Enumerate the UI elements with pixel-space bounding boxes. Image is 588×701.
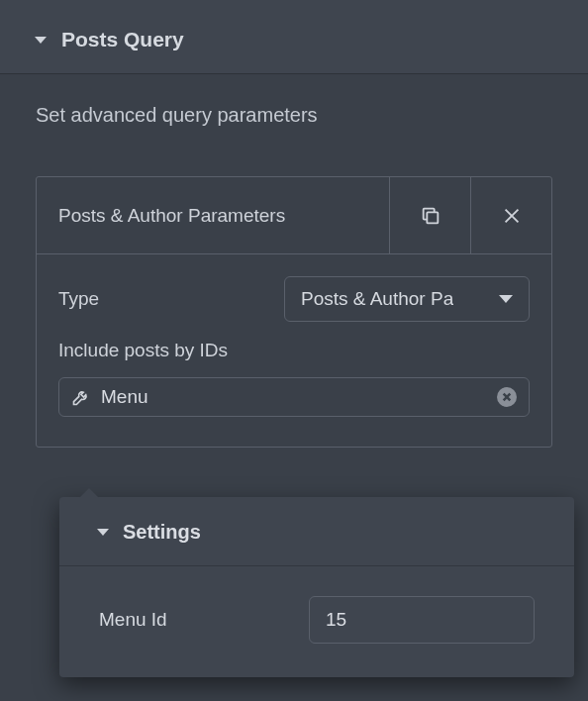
caret-down-icon bbox=[97, 529, 109, 536]
settings-popover: Settings Menu Id bbox=[59, 497, 574, 677]
clear-chip-button[interactable] bbox=[497, 387, 517, 407]
parameters-panel: Posts & Author Parameters Type Posts & A… bbox=[36, 176, 552, 448]
close-icon bbox=[502, 392, 512, 402]
include-ids-label: Include posts by IDs bbox=[58, 340, 530, 361]
menu-id-label: Menu Id bbox=[99, 609, 167, 631]
popover-title: Settings bbox=[123, 521, 201, 544]
panel-header: Posts & Author Parameters bbox=[37, 177, 551, 254]
duplicate-button[interactable] bbox=[389, 177, 470, 253]
type-row: Type Posts & Author Pa bbox=[58, 276, 530, 322]
chip-value: Menu bbox=[101, 386, 487, 408]
svg-rect-0 bbox=[427, 212, 438, 223]
panel-title: Posts & Author Parameters bbox=[37, 177, 389, 253]
include-ids-input[interactable]: Menu bbox=[58, 377, 530, 417]
wrench-icon bbox=[71, 387, 91, 407]
popover-body: Menu Id bbox=[59, 566, 574, 677]
panel-body: Type Posts & Author Pa Include posts by … bbox=[37, 254, 551, 447]
section-header[interactable]: Posts Query bbox=[0, 0, 588, 74]
popover-header[interactable]: Settings bbox=[59, 497, 574, 566]
close-icon bbox=[501, 205, 523, 227]
section-description: Set advanced query parameters bbox=[36, 104, 552, 127]
type-label: Type bbox=[58, 288, 99, 310]
remove-button[interactable] bbox=[470, 177, 551, 253]
type-select[interactable]: Posts & Author Pa bbox=[284, 276, 530, 322]
type-select-value: Posts & Author Pa bbox=[301, 288, 453, 310]
caret-down-icon bbox=[499, 295, 513, 303]
copy-icon bbox=[420, 205, 441, 227]
menu-id-input[interactable] bbox=[309, 596, 535, 644]
section-title: Posts Query bbox=[61, 28, 184, 51]
section-body: Set advanced query parameters Posts & Au… bbox=[0, 74, 588, 448]
caret-down-icon bbox=[35, 37, 47, 44]
